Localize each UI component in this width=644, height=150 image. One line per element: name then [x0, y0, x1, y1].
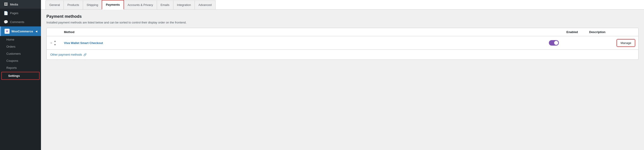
col-header-drag: [50, 30, 64, 34]
tab-integration[interactable]: Integration: [173, 1, 195, 9]
sidebar-item-pages[interactable]: 📄 Pages: [0, 9, 41, 18]
main-content: General Products Shipping Payments Accou…: [41, 0, 644, 150]
other-payment-methods-row: Other payment methods 🔗: [47, 50, 638, 60]
col-header-method: Method: [64, 30, 566, 34]
sidebar-sub-label: Customers: [6, 52, 21, 55]
sidebar-sub-label: Coupons: [6, 59, 18, 62]
pages-icon: 📄: [4, 11, 8, 15]
sidebar-item-woocommerce[interactable]: W WooCommerce ◀: [0, 27, 41, 36]
content-area: Payment methods Installed payment method…: [41, 10, 644, 150]
sidebar-sub-label: Settings: [8, 74, 20, 78]
drag-handle-icon[interactable]: ≡: [50, 41, 52, 45]
sidebar-sub-label: Orders: [6, 45, 16, 48]
page-description: Installed payment methods are listed bel…: [46, 21, 638, 24]
sidebar-item-label: Pages: [10, 12, 18, 15]
manage-button[interactable]: Manage: [617, 40, 635, 46]
tab-general[interactable]: General: [46, 1, 64, 9]
tab-products[interactable]: Products: [64, 1, 83, 9]
sidebar-item-customers[interactable]: Customers: [0, 50, 41, 57]
tab-payments[interactable]: Payments: [102, 0, 124, 10]
sidebar-item-label: Comments: [10, 20, 24, 24]
payment-methods-table: Method Enabled Description ≡ ▲ ▼ Viva Wa…: [46, 28, 638, 60]
tab-emails[interactable]: Emails: [157, 1, 174, 9]
woocommerce-label: WooCommerce: [12, 30, 33, 33]
sidebar-item-orders[interactable]: Orders: [0, 43, 41, 50]
sidebar-item-label: Media: [10, 3, 18, 6]
page-title: Payment methods: [46, 14, 638, 19]
sidebar-item-media[interactable]: 🖼 Media: [0, 0, 41, 9]
woocommerce-logo: W: [4, 29, 10, 34]
sidebar-sub-label: Reports: [6, 66, 17, 70]
sidebar-item-reports[interactable]: Reports: [0, 64, 41, 71]
tabs-bar: General Products Shipping Payments Accou…: [41, 0, 644, 10]
sidebar-sub-label: Home: [6, 38, 14, 41]
sort-down-button[interactable]: ▼: [53, 43, 57, 46]
col-header-description: Description: [589, 30, 635, 34]
woocommerce-collapse-arrow: ◀: [36, 30, 37, 33]
viva-wallet-link[interactable]: Viva Wallet Smart Checkout: [64, 41, 103, 45]
sort-up-button[interactable]: ▲: [53, 39, 57, 43]
actions-cell: Manage: [617, 40, 635, 46]
tab-shipping[interactable]: Shipping: [83, 1, 102, 9]
sidebar: 🖼 Media 📄 Pages 💬 Comments W WooCommerce…: [0, 0, 41, 150]
method-name-cell: Viva Wallet Smart Checkout: [64, 41, 549, 45]
enabled-cell: [549, 40, 572, 46]
comments-icon: 💬: [4, 20, 8, 24]
drag-controls: ≡ ▲ ▼: [50, 39, 64, 46]
tab-accounts-privacy[interactable]: Accounts & Privacy: [124, 1, 157, 9]
table-row: ≡ ▲ ▼ Viva Wallet Smart Checkout: [47, 36, 638, 50]
sidebar-item-settings[interactable]: Settings: [1, 72, 40, 80]
other-payment-methods-link[interactable]: Other payment methods: [50, 53, 82, 56]
media-icon: 🖼: [4, 2, 8, 6]
tab-advanced[interactable]: Advanced: [194, 1, 216, 9]
external-link-icon: 🔗: [83, 53, 87, 56]
col-header-enabled: Enabled: [566, 30, 589, 34]
sidebar-item-coupons[interactable]: Coupons: [0, 57, 41, 64]
sidebar-item-home[interactable]: Home: [0, 36, 41, 43]
sidebar-item-comments[interactable]: 💬 Comments: [0, 18, 41, 27]
enabled-toggle[interactable]: [549, 40, 559, 46]
table-header: Method Enabled Description: [47, 28, 638, 36]
